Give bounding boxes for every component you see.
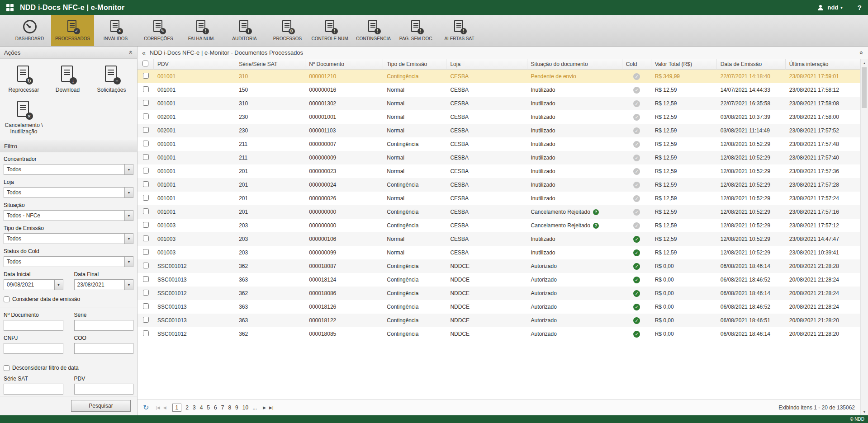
page-button-8[interactable]: 8 xyxy=(228,404,231,411)
scrollbar-track[interactable] xyxy=(861,66,868,408)
last-page-button[interactable]: ▶| xyxy=(269,405,273,410)
row-checkbox[interactable] xyxy=(143,263,149,268)
collapse-sidebar-icon[interactable]: « xyxy=(142,49,146,56)
table-row[interactable]: SSC001013363000018122ContingênciaNDDCEAu… xyxy=(138,314,860,327)
column-header-situacao-do-documento[interactable]: Situação do documento xyxy=(527,59,622,70)
row-checkbox[interactable] xyxy=(143,249,149,255)
serie-sat-input[interactable] xyxy=(4,384,63,395)
tipo-de-emissao-select[interactable]: Todos▼ xyxy=(4,233,133,244)
data-final-picker[interactable]: 23/08/2021 ▼ xyxy=(74,279,134,290)
table-row[interactable]: SSC001012362000018087ContingênciaNDDCEAu… xyxy=(138,259,860,273)
scroll-up-icon[interactable]: ▲ xyxy=(861,59,868,66)
page-button-2[interactable]: 2 xyxy=(185,404,189,411)
row-checkbox[interactable] xyxy=(143,100,149,106)
row-checkbox[interactable] xyxy=(143,86,149,92)
table-row[interactable]: 001003203000000099NormalCESBAInutilizado… xyxy=(138,246,860,259)
table-row[interactable]: 001001201000000026NormalCESBAInutilizado… xyxy=(138,192,860,205)
table-row[interactable]: 001001211000000007ContingênciaCESBAInuti… xyxy=(138,137,860,151)
table-row[interactable]: SSC001013363000018124ContingênciaNDDCEAu… xyxy=(138,273,860,287)
collapse-actions-icon[interactable]: « xyxy=(128,51,135,54)
table-row[interactable]: 001001201000000000ContingênciaCESBACance… xyxy=(138,205,860,219)
row-checkbox[interactable] xyxy=(143,127,149,133)
row-checkbox[interactable] xyxy=(143,317,149,323)
toolbar-item-controle-num[interactable]: !CONTROLE NUM. xyxy=(309,15,352,46)
table-row[interactable]: 001001211000000009NormalCESBAInutilizado… xyxy=(138,151,860,164)
help-icon[interactable]: ? xyxy=(593,223,599,229)
toolbar-item-invalidos[interactable]: ×INVÁLIDOS xyxy=(94,15,137,46)
action-reprocessar[interactable]: ↻Reprocessar xyxy=(2,62,46,98)
table-row[interactable]: 001001310000001302NormalCESBAInutilizado… xyxy=(138,97,860,110)
table-row[interactable]: 001001150000000016NormalCESBAInutilizado… xyxy=(138,83,860,97)
row-checkbox[interactable] xyxy=(143,195,149,201)
help-icon[interactable]: ? xyxy=(593,209,599,215)
data-inicial-picker[interactable]: 09/08/2021 ▼ xyxy=(4,279,63,290)
cnpj-input[interactable] xyxy=(4,343,63,354)
table-row[interactable]: 001003203000000000ContingênciaCESBACance… xyxy=(138,219,860,232)
vertical-scrollbar[interactable]: ▲ ▼ xyxy=(860,59,868,415)
toolbar-item-processados[interactable]: ✓PROCESSADOS xyxy=(51,15,94,46)
toolbar-item-falha-num[interactable]: !FALHA NUM. xyxy=(180,15,223,46)
table-row[interactable]: SSC001013363000018126ContingênciaNDDCEAu… xyxy=(138,300,860,314)
toolbar-item-contingencia[interactable]: !CONTINGÊNCIA xyxy=(352,15,395,46)
app-logo-icon[interactable] xyxy=(6,4,14,11)
scroll-down-icon[interactable]: ▼ xyxy=(861,408,868,415)
chevron-down-icon[interactable]: ▼ xyxy=(124,280,133,290)
help-button[interactable]: ? xyxy=(858,4,862,11)
column-header-serie-serie-sat[interactable]: Série/Série SAT xyxy=(235,59,305,70)
row-checkbox[interactable] xyxy=(143,330,149,336)
table-row[interactable]: 001001201000000024ContingênciaCESBAInuti… xyxy=(138,178,860,192)
row-checkbox[interactable] xyxy=(143,141,149,146)
page-button-7[interactable]: 7 xyxy=(221,404,224,411)
chevron-down-icon[interactable]: ▼ xyxy=(124,257,133,267)
desconsiderar-data-row[interactable]: Desconsiderar filtro de data xyxy=(4,365,133,371)
toolbar-item-auditoria[interactable]: iAUDITORIA xyxy=(223,15,266,46)
collapse-ribbon-icon[interactable]: « xyxy=(858,51,865,55)
chevron-down-icon[interactable]: ▼ xyxy=(54,280,63,290)
table-row[interactable]: SSC001012362000018085ContingênciaNDDCEAu… xyxy=(138,327,860,341)
row-checkbox[interactable] xyxy=(143,113,149,119)
page-button-1[interactable]: 1 xyxy=(172,404,182,412)
action-download[interactable]: ↓Download xyxy=(46,62,90,98)
page-button-10[interactable]: 10 xyxy=(242,404,248,411)
refresh-button[interactable]: ↻ xyxy=(143,403,149,412)
prev-page-button[interactable]: ◀ xyxy=(163,405,166,410)
situacao-select[interactable]: Todos - NFCe▼ xyxy=(4,210,133,221)
column-header-loja[interactable]: Loja xyxy=(446,59,527,70)
column-header-cold[interactable]: Cold xyxy=(622,59,651,70)
num-documento-input[interactable] xyxy=(4,320,63,331)
column-header-data-de-emissao[interactable]: Data de Emissão xyxy=(717,59,786,70)
chevron-down-icon[interactable]: ▼ xyxy=(124,234,133,244)
user-menu[interactable]: ndd ▾ xyxy=(827,4,842,11)
toolbar-item-alertas-sat[interactable]: !ALERTAS SAT xyxy=(438,15,481,46)
page-button-4[interactable]: 4 xyxy=(200,404,203,411)
pesquisar-button[interactable]: Pesquisar xyxy=(71,400,131,412)
serie-input[interactable] xyxy=(74,320,134,331)
row-checkbox[interactable] xyxy=(143,73,149,79)
row-checkbox[interactable] xyxy=(143,235,149,241)
action-solicitacoes[interactable]: ≡Solicitações xyxy=(90,62,133,98)
row-checkbox[interactable] xyxy=(143,222,149,228)
chevron-down-icon[interactable]: ▼ xyxy=(124,188,133,197)
next-page-button[interactable]: ▶ xyxy=(263,405,266,410)
column-header-ultima-interacao[interactable]: Última interação xyxy=(786,59,860,70)
table-row[interactable]: 001003203000000106NormalCESBAInutilizado… xyxy=(138,232,860,246)
row-checkbox[interactable] xyxy=(143,181,149,187)
desconsiderar-data-checkbox[interactable] xyxy=(4,365,9,371)
coo-input[interactable] xyxy=(74,343,134,354)
chevron-down-icon[interactable]: ▼ xyxy=(124,211,133,221)
concentrador-select[interactable]: Todos▼ xyxy=(4,164,133,175)
page-button-6[interactable]: 6 xyxy=(214,404,217,411)
column-header-valor-total-r[interactable]: Valor Total (R$) xyxy=(651,59,717,70)
page-button-9[interactable]: 9 xyxy=(235,404,238,411)
row-checkbox[interactable] xyxy=(143,154,149,160)
column-header-n-documento[interactable]: Nº Documento xyxy=(305,59,383,70)
table-row[interactable]: 002001230000001103NormalCESBAInutilizado… xyxy=(138,124,860,137)
table-row[interactable]: SSC001012362000018086ContingênciaNDDCEAu… xyxy=(138,287,860,300)
status-do-cold-select[interactable]: Todos▼ xyxy=(4,256,133,267)
chevron-down-icon[interactable]: ▼ xyxy=(124,164,133,174)
toolbar-item-pag-sem-doc[interactable]: !PAG. SEM DOC. xyxy=(395,15,438,46)
column-header-pdv[interactable]: PDV xyxy=(154,59,235,70)
table-row[interactable]: 002001230000001001NormalCESBAInutilizado… xyxy=(138,110,860,124)
page-button-5[interactable]: 5 xyxy=(207,404,210,411)
toolbar-item-dashboard[interactable]: DASHBOARD xyxy=(8,15,51,46)
